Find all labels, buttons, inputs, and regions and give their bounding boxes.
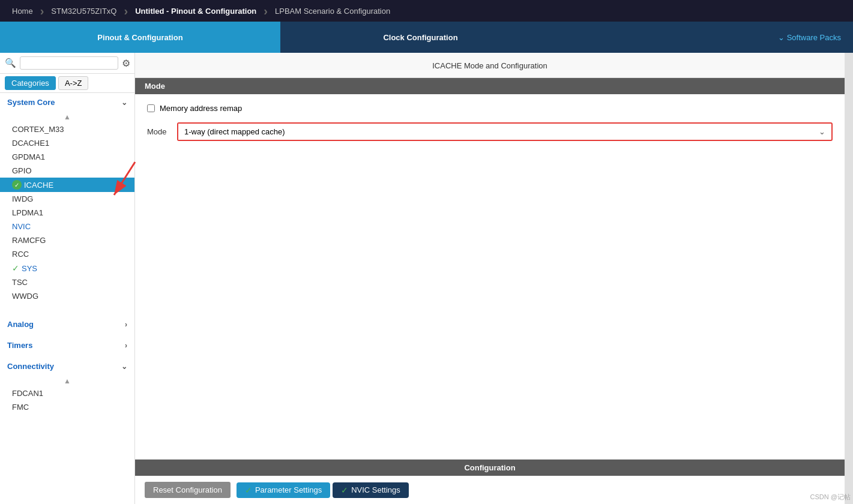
sidebar-item-rcc[interactable]: RCC	[0, 247, 134, 261]
mode-label: Mode	[147, 127, 171, 136]
software-packs-button[interactable]: ⌄ Software Packs	[778, 33, 841, 42]
sidebar-item-gpdma1[interactable]: GPDMA1	[0, 150, 134, 164]
sidebar-item-fdcan1[interactable]: FDCAN1	[0, 386, 134, 400]
mode-row: Mode 1-way (direct mapped cache) 2-way (…	[147, 122, 833, 141]
connectivity-scroll-up[interactable]: ▲	[0, 376, 134, 386]
nav-lpbam[interactable]: LPBAM Scenario & Configuration	[268, 0, 397, 22]
chevron-right-analog: ›	[125, 320, 127, 329]
tab-right-area: ⌄ Software Packs	[561, 22, 853, 53]
tab-clock[interactable]: Clock Configuration	[280, 22, 561, 53]
mode-select[interactable]: 1-way (direct mapped cache) 2-way (2-way…	[178, 124, 813, 140]
search-bar: 🔍 ⚙	[0, 53, 134, 74]
content-title: ICACHE Mode and Configuration	[135, 53, 845, 78]
watermark: CSDN @记帖	[810, 493, 851, 502]
config-section: Configuration Reset Configuration ✓ Para…	[135, 459, 845, 504]
sidebar-item-nvic[interactable]: NVIC	[0, 220, 134, 233]
memory-address-remap-row: Memory address remap	[147, 104, 833, 113]
category-connectivity[interactable]: Connectivity ⌄	[0, 357, 134, 376]
filter-tab-az[interactable]: A->Z	[58, 76, 89, 90]
mode-section-content: Memory address remap Mode 1-way (direct …	[135, 94, 845, 286]
config-buttons-row: Reset Configuration ✓ Parameter Settings…	[135, 476, 845, 504]
top-nav-bar: Home › STM32U575ZITxQ › Untitled - Pinou…	[0, 0, 853, 22]
category-timers[interactable]: Timers ›	[0, 336, 134, 355]
sidebar-item-ramcfg[interactable]: RAMCFG	[0, 233, 134, 247]
sidebar-item-dcache1[interactable]: DCACHE1	[0, 136, 134, 150]
sidebar: 🔍 ⚙ Categories A->Z System Core ⌄ ▲	[0, 53, 135, 504]
filter-tabs: Categories A->Z	[0, 74, 134, 93]
system-core-items: ▲ CORTEX_M33 DCACHE1 GPDMA1 GPIO ✓ ICACH…	[0, 112, 134, 305]
nav-pinout[interactable]: Untitled - Pinout & Configuration	[128, 0, 264, 22]
nvic-settings-check-icon: ✓	[341, 485, 348, 495]
search-input[interactable]	[20, 56, 118, 70]
right-scrollbar[interactable]	[845, 53, 853, 504]
sidebar-item-gpio[interactable]: GPIO	[0, 164, 134, 178]
config-tab-nvic[interactable]: ✓ NVIC Settings	[333, 482, 409, 498]
filter-tab-categories[interactable]: Categories	[5, 76, 56, 90]
connectivity-items: ▲ FDCAN1 FMC	[0, 376, 134, 416]
reset-configuration-button[interactable]: Reset Configuration	[145, 482, 231, 498]
sidebar-item-tsc[interactable]: TSC	[0, 275, 134, 289]
select-arrow-icon: ⌄	[813, 124, 831, 140]
sidebar-item-fmc[interactable]: FMC	[0, 400, 134, 414]
content-spacer	[135, 286, 845, 459]
sys-check-icon: ✓	[12, 263, 19, 273]
category-system-core[interactable]: System Core ⌄	[0, 93, 134, 112]
sidebar-item-sys[interactable]: ✓ SYS	[0, 261, 134, 275]
memory-address-remap-checkbox[interactable]	[147, 104, 155, 112]
sidebar-item-icache[interactable]: ✓ ICACHE	[0, 178, 134, 192]
config-tabs: ✓ Parameter Settings ✓ NVIC Settings	[237, 482, 409, 498]
gear-icon[interactable]: ⚙	[122, 58, 130, 69]
nav-sep-1: ›	[40, 4, 44, 18]
search-icon: 🔍	[5, 58, 16, 68]
sidebar-item-lpdma1[interactable]: LPDMA1	[0, 206, 134, 220]
nav-stm32[interactable]: STM32U575ZITxQ	[44, 0, 124, 22]
category-analog[interactable]: Analog ›	[0, 315, 134, 334]
scroll-up-arrow[interactable]: ▲	[0, 112, 134, 122]
nav-sep-2: ›	[124, 4, 128, 18]
nav-sep-3: ›	[264, 4, 268, 18]
sidebar-item-wwdg[interactable]: WWDG	[0, 289, 134, 303]
parameter-settings-check-icon: ✓	[245, 485, 252, 495]
tab-pinout[interactable]: Pinout & Configuration	[0, 22, 280, 53]
check-icon: ✓	[12, 180, 22, 190]
content-area: ICACHE Mode and Configuration Mode Memor…	[135, 53, 845, 504]
sidebar-item-iwdg[interactable]: IWDG	[0, 192, 134, 206]
spacer-1	[0, 305, 134, 315]
chevron-right-timers: ›	[125, 341, 127, 350]
config-tab-parameter[interactable]: ✓ Parameter Settings	[237, 482, 330, 498]
sidebar-item-cortex-m33[interactable]: CORTEX_M33	[0, 122, 134, 136]
chevron-down-connectivity: ⌄	[121, 362, 127, 371]
mode-section-header: Mode	[135, 78, 845, 94]
main-tab-bar: Pinout & Configuration Clock Configurati…	[0, 22, 853, 53]
config-section-header: Configuration	[135, 460, 845, 476]
chevron-down-icon: ⌄	[121, 98, 127, 107]
main-layout: 🔍 ⚙ Categories A->Z System Core ⌄ ▲	[0, 53, 853, 504]
mode-select-wrapper: 1-way (direct mapped cache) 2-way (2-way…	[177, 122, 833, 141]
nav-home[interactable]: Home	[5, 0, 40, 22]
